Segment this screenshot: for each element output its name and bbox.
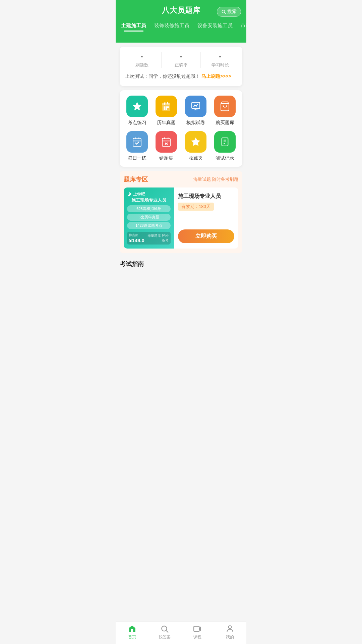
- func-shoucang-label: 收藏夹: [189, 155, 203, 161]
- stat-study-time: - 学习时长: [200, 52, 240, 68]
- check-calendar-icon: [132, 137, 142, 147]
- last-test-cta[interactable]: 马上刷题>>>>: [201, 73, 231, 79]
- func-moni-icon-bg: [185, 96, 206, 117]
- search-button[interactable]: 搜索: [217, 7, 241, 17]
- nav-tab-shebei[interactable]: 设备安装施工员: [193, 19, 237, 32]
- func-cuoti-label: 错题集: [159, 155, 173, 161]
- study-time-label: 学习时长: [212, 62, 229, 68]
- tiku-title: 题库专区: [124, 175, 148, 183]
- tiku-tag-0: 628套模拟试卷: [127, 205, 171, 212]
- tiku-card-image: 上学吧 施工现场专业人员 628套模拟试卷 5套历年真题 1428道试题考点 惊…: [124, 187, 174, 249]
- guide-title: 考试指南: [120, 257, 242, 271]
- chart-icon: [190, 101, 201, 112]
- svg-line-1: [225, 13, 226, 14]
- svg-rect-9: [162, 138, 170, 146]
- stats-card: - 刷题数 - 正确率 - 学习时长 上次测试：同学，你还没刷过题哦！ 马上刷题…: [120, 47, 242, 86]
- tiku-card-name: 施工现场专业人员: [127, 197, 171, 203]
- tiku-badge: 上学吧: [127, 192, 171, 197]
- tiku-header: 题库专区 海量试题 随时备考刷题: [124, 175, 238, 183]
- accuracy-label: 正确率: [175, 62, 188, 68]
- func-shoucang-icon-bg: [185, 131, 206, 153]
- func-linian[interactable]: 历年真题: [152, 96, 181, 126]
- tiku-tag-1: 5套历年真题: [127, 214, 171, 221]
- func-ceshi-icon-bg: [214, 131, 236, 153]
- function-grid: 考点练习 历年真题: [120, 90, 242, 167]
- buy-button[interactable]: 立即购买: [178, 229, 234, 243]
- nav-tab-zhuangshi[interactable]: 装饰装修施工员: [150, 19, 193, 32]
- func-goumai-icon-bg: [214, 96, 236, 117]
- nav-tab-shi[interactable]: 市i: [237, 19, 246, 32]
- func-linian-icon-bg: [156, 96, 177, 117]
- tiku-info-title: 施工现场专业人员: [178, 193, 234, 200]
- price-value: ¥149.0: [129, 237, 144, 243]
- stat-accuracy: - 正确率: [161, 52, 200, 68]
- x-icon: [161, 137, 172, 147]
- func-moni[interactable]: 模拟试卷: [181, 96, 210, 126]
- guide-section: 考试指南: [120, 257, 242, 271]
- tiku-tag-2: 1428道试题考点: [127, 222, 171, 229]
- func-ceshi-label: 测试记录: [216, 155, 234, 161]
- tiku-card: 上学吧 施工现场专业人员 628套模拟试卷 5套历年真题 1428道试题考点 惊…: [124, 187, 238, 249]
- calendar-icon: [161, 101, 172, 112]
- func-goumai-label: 购买题库: [216, 120, 234, 126]
- func-cuoti-icon-bg: [156, 131, 177, 153]
- study-time-value: -: [219, 52, 221, 61]
- category-nav: 土建施工员 装饰装修施工员 设备安装施工员 市i: [116, 18, 246, 33]
- func-kaodian[interactable]: 考点练习: [122, 96, 152, 126]
- leaf-icon: [127, 192, 132, 197]
- app-title: 八大员题库: [162, 5, 200, 15]
- fav-icon: [190, 137, 201, 147]
- func-meiriyilian[interactable]: 每日一练: [122, 131, 152, 161]
- func-meiriyilian-icon-bg: [126, 131, 148, 153]
- stat-brushed: - 刷题数: [122, 52, 161, 68]
- tiku-badge-label: 上学吧: [133, 192, 145, 197]
- price-label: 惊嘉价: [129, 233, 144, 237]
- tiku-zone: 题库专区 海量试题 随时备考刷题 上学吧 施工现场专业人员 628套模拟试卷 5…: [120, 171, 242, 253]
- record-icon: [220, 137, 230, 147]
- func-goumai[interactable]: 购买题库: [210, 96, 240, 126]
- func-meiriyilian-label: 每日一练: [128, 155, 146, 161]
- func-cuoti[interactable]: 错题集: [152, 131, 181, 161]
- svg-rect-8: [133, 138, 141, 146]
- tiku-subtitle: 海量试题 随时备考刷题: [193, 176, 238, 182]
- brushed-value: -: [140, 52, 143, 61]
- func-shoucang[interactable]: 收藏夹: [181, 131, 210, 161]
- nav-tab-tujian[interactable]: 土建施工员: [117, 19, 150, 32]
- func-kaodian-icon-bg: [126, 96, 148, 117]
- cart-icon: [220, 101, 230, 112]
- last-test-prefix: 上次测试：同学，你还没刷过题哦！: [125, 73, 200, 79]
- accuracy-value: -: [180, 52, 182, 61]
- last-test-row: 上次测试：同学，你还没刷过题哦！ 马上刷题>>>>: [122, 72, 240, 81]
- star-icon: [132, 101, 142, 112]
- tiku-validity: 有效期：180天: [178, 203, 214, 211]
- price-sub: 海量题库 轻松备考: [144, 233, 169, 243]
- svg-rect-3: [162, 103, 170, 105]
- search-label: 搜索: [227, 9, 237, 15]
- func-kaodian-label: 考点练习: [128, 120, 146, 126]
- func-moni-label: 模拟试卷: [186, 120, 205, 126]
- func-linian-label: 历年真题: [157, 120, 176, 126]
- search-icon: [221, 9, 226, 14]
- brushed-label: 刷题数: [135, 62, 148, 68]
- func-ceshi[interactable]: 测试记录: [210, 131, 240, 161]
- tiku-card-info: 施工现场专业人员 有效期：180天 立即购买: [174, 187, 238, 249]
